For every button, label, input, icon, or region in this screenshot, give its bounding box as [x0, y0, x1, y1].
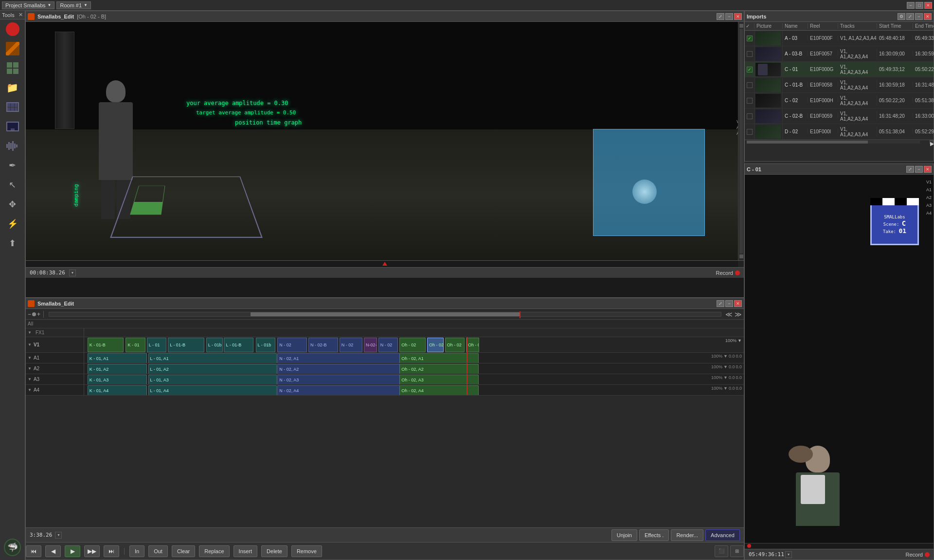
timeline-close-btn[interactable]: ✕ [734, 300, 742, 307]
project-dropdown[interactable]: Project Smallabs ▼ [2, 1, 54, 9]
audio-increase-btn[interactable]: ≫ [735, 310, 742, 318]
monitor-min-btn[interactable]: − [725, 13, 733, 20]
clip-k01b[interactable]: K - 01-B [88, 338, 124, 352]
a4-vol-dropdown[interactable]: ▼ [723, 386, 728, 391]
timecode-dropdown-btn[interactable]: ▼ [69, 270, 76, 276]
out-btn[interactable]: Out [148, 545, 168, 557]
import-row-6[interactable]: D - 02 E10F000I V1, A1,A2,A3,A4 05:51:38… [745, 124, 934, 140]
hscroll-thumb[interactable] [747, 141, 868, 144]
clip-n02b-1[interactable]: N - 02-B [308, 338, 338, 352]
row0-checkbox[interactable]: ✓ [747, 36, 753, 41]
import-row-1[interactable]: A - 03-B E10F0057 V1, A1,A2,A3,A4 16:30:… [745, 46, 934, 62]
v1-toggle[interactable]: ▼ [28, 343, 32, 347]
row6-checkbox[interactable] [747, 129, 753, 135]
a3-clip-k01[interactable]: K - 01, A3 [88, 375, 147, 384]
clip-oh02b[interactable]: Oh - 02-B [427, 338, 444, 352]
a3-clip-l01[interactable]: L - 01, A3 [148, 375, 277, 384]
timeline-tc-dropdown[interactable]: ▼ [55, 532, 62, 539]
tool-grid[interactable] [3, 59, 22, 77]
clip-l01[interactable]: L - 01 [147, 338, 167, 352]
close-btn[interactable]: ✕ [924, 2, 932, 9]
clip-n02-3[interactable]: N - 02 [378, 338, 398, 352]
a4-toggle[interactable]: ▼ [28, 388, 32, 392]
source-pin-btn[interactable]: ⤢ [906, 166, 914, 173]
clip-oh02-2[interactable]: Oh - 02 [445, 338, 465, 352]
tool-record[interactable] [3, 20, 22, 38]
zoom-out-btn[interactable]: − [28, 311, 31, 318]
insert-btn[interactable]: Insert [234, 545, 258, 557]
clip-l01b-2[interactable]: L - 01b [206, 338, 223, 352]
in-btn[interactable]: In [129, 545, 144, 557]
clip-oh02-1[interactable]: Oh - 02 [399, 338, 426, 352]
v1-track-content[interactable]: K - 01-B K - 01 L - 01 L - 01-B L - 01b … [84, 337, 744, 353]
scroll-btn-bottom[interactable] [739, 254, 743, 258]
scroll-btn-top[interactable] [739, 24, 743, 28]
step-back-btn[interactable]: ◀ [45, 545, 61, 557]
tool-multi[interactable] [3, 40, 22, 57]
goto-start-btn[interactable]: ⏮ [26, 545, 41, 557]
import-row-2[interactable]: ✓ C - 01 E10F000G V1, A1,A2,A3,A4 05:49:… [745, 62, 934, 77]
minimize-btn[interactable]: − [907, 2, 915, 9]
render-btn[interactable]: Render... [671, 529, 703, 541]
tool-pen[interactable]: ✒ [3, 157, 22, 174]
v1-vol-dropdown[interactable]: ▼ [737, 338, 742, 343]
clip-l01b-3[interactable]: L - 01b [256, 338, 276, 352]
zoom-in-btn[interactable]: + [37, 311, 40, 318]
replace-btn[interactable]: Replace [199, 545, 229, 557]
imports-pin-btn[interactable]: ⤢ [906, 13, 914, 20]
a2-clip-n02[interactable]: N - 02, A2 [277, 364, 403, 374]
source-tc-dropdown-btn[interactable]: ▼ [785, 551, 792, 558]
clear-btn[interactable]: Clear [172, 545, 195, 557]
fx-toggle[interactable]: ▼ [28, 330, 32, 335]
a2-clip-k01[interactable]: K - 01, A2 [88, 364, 147, 374]
tool-export[interactable]: ⬆ [3, 235, 22, 252]
step-fwd-btn[interactable]: ▶▶ [84, 545, 100, 557]
effects-btn[interactable]: Effects . [639, 529, 669, 541]
tool-effects[interactable]: ⚡ [3, 215, 22, 233]
imports-scroll-right-btn[interactable]: ▶ [930, 140, 934, 144]
import-row-3[interactable]: C - 01-B E10F0058 V1, A1,A2,A3,A4 16:30:… [745, 77, 934, 93]
timeline-pin-btn[interactable]: ⤢ [717, 300, 724, 307]
audio-decrease-btn[interactable]: ≪ [725, 310, 733, 318]
a1-clip-n02[interactable]: N - 02, A1 [277, 353, 403, 363]
imports-settings-btn[interactable]: ⚙ [898, 13, 905, 20]
a4-clip-k01[interactable]: K - 01, A4 [88, 385, 147, 395]
clip-l01b-1[interactable]: L - 01-B [168, 338, 204, 352]
clip-k01[interactable]: K - 01 [126, 338, 145, 352]
source-close-btn[interactable]: ✕ [924, 166, 932, 173]
clip-n02-2[interactable]: N - 02 [340, 338, 362, 352]
a2-vol-dropdown[interactable]: ▼ [723, 364, 728, 369]
monitor-close-btn[interactable]: ✕ [734, 13, 742, 20]
row3-checkbox[interactable] [747, 82, 753, 88]
row1-checkbox[interactable] [747, 51, 753, 57]
clip-n02b-2[interactable]: N-02-B [364, 338, 377, 352]
import-row-4[interactable]: C - 02 E10F000H V1, A1,A2,A3,A4 05:50:22… [745, 93, 934, 108]
timeline-scroll-bar[interactable] [49, 312, 721, 317]
clip-n02-1[interactable]: N - 02 [277, 338, 307, 352]
monitor-pin-btn[interactable]: ⤢ [717, 13, 724, 20]
source-min-btn[interactable]: − [915, 166, 923, 173]
a2-toggle[interactable]: ▼ [28, 366, 32, 371]
imports-min-btn[interactable]: − [915, 13, 923, 20]
a1-clip-l01[interactable]: L - 01, A1 [148, 353, 277, 363]
layout-btn[interactable]: ⊞ [730, 545, 744, 557]
a1-toggle[interactable]: ▼ [28, 356, 32, 360]
tool-monitor[interactable] [3, 118, 22, 135]
a1-clip-k01[interactable]: K - 01, A1 [88, 353, 147, 363]
tool-select[interactable]: ↖ [3, 176, 22, 194]
tool-folder[interactable]: 📁 [3, 79, 22, 96]
a2-track-content[interactable]: K - 01, A2 L - 01, A2 N - 02, A2 Oh - 02… [84, 363, 744, 374]
import-row-5[interactable]: C - 02-B E10F0059 V1, A1,A2,A3,A4 16:31:… [745, 108, 934, 124]
row5-checkbox[interactable] [747, 113, 753, 119]
tool-transform[interactable]: ✥ [3, 196, 22, 213]
a3-toggle[interactable]: ▼ [28, 377, 32, 381]
delete-btn[interactable]: Delete [261, 545, 287, 557]
a3-vol-dropdown[interactable]: ▼ [723, 375, 728, 380]
zoom-circle[interactable] [32, 312, 36, 316]
tool-table[interactable] [3, 98, 22, 116]
room-dropdown[interactable]: Room #1 ▼ [56, 1, 91, 9]
unjoin-btn[interactable]: Unjoin [611, 529, 637, 541]
timeline-min-btn[interactable]: − [725, 300, 733, 307]
goto-end-btn[interactable]: ⏭ [104, 545, 119, 557]
maximize-btn[interactable]: □ [916, 2, 923, 9]
